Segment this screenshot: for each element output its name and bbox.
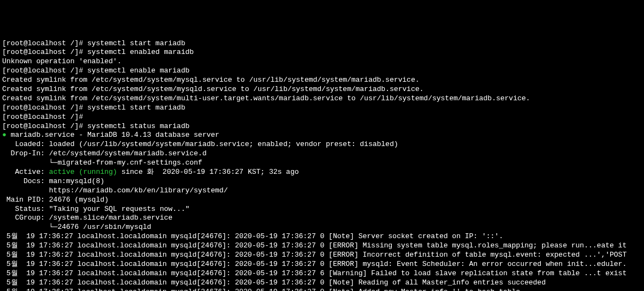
shell-prompt: [root@localhost /]# [2, 122, 87, 130]
terminal-line: Status: "Taking your SQL requests now...… [2, 205, 644, 214]
output-text: 5월 19 17:36:27 localhost.localdomain mys… [2, 288, 520, 291]
output-text: CGroup: /system.slice/mariadb.service [2, 214, 172, 222]
terminal-line: [root@localhost /]# systemctl enabled ma… [2, 48, 644, 57]
terminal-line: Main PID: 24676 (mysqld) [2, 196, 644, 205]
terminal-line: [root@localhost /]# systemctl start mari… [2, 39, 644, 48]
active-label: Active: [2, 168, 49, 176]
terminal-line: https://mariadb.com/kb/en/library/system… [2, 186, 644, 196]
shell-prompt: [root@localhost /]# [2, 104, 87, 112]
terminal-line: [root@localhost /]# systemctl status mar… [2, 122, 644, 131]
shell-prompt: [root@localhost /]# [2, 48, 87, 56]
output-text: Unknown operation 'enabled'. [2, 57, 121, 65]
terminal-line: Unknown operation 'enabled'. [2, 57, 644, 66]
service-title: mariadb.service - MariaDB 10.4.13 databa… [7, 131, 219, 139]
output-text: 5월 19 17:36:27 localhost.localdomain mys… [2, 232, 503, 240]
output-text: 5월 19 17:36:27 localhost.localdomain mys… [2, 241, 627, 250]
shell-prompt: [root@localhost /]# [2, 39, 87, 47]
terminal-line: Drop-In: /etc/systemd/system/mariadb.ser… [2, 149, 644, 159]
active-since: since 화 2020-05-19 17:36:27 KST; 32s ago [117, 168, 299, 176]
terminal-line: Created symlink from /etc/systemd/system… [2, 76, 644, 85]
terminal-line: [root@localhost /]# systemctl start mari… [2, 104, 644, 113]
shell-command: systemctl start mariadb [87, 104, 185, 112]
terminal-line: [root@localhost /]# [2, 113, 644, 122]
output-text: 5월 19 17:36:27 localhost.localdomain mys… [2, 260, 627, 268]
output-text: Docs: man:mysqld(8) [2, 177, 104, 185]
terminal-line: 5월 19 17:36:27 localhost.localdomain mys… [2, 241, 644, 251]
shell-command: systemctl status mariadb [87, 122, 189, 130]
shell-command: systemctl enable mariadb [87, 66, 189, 75]
shell-command: systemctl enabled maraidb [87, 48, 194, 56]
terminal-line: 5월 19 17:36:27 localhost.localdomain mys… [2, 260, 644, 269]
status-dot-icon: ● [2, 131, 7, 139]
terminal-line: Loaded: loaded (/usr/lib/systemd/system/… [2, 140, 644, 149]
output-text: 5월 19 17:36:27 localhost.localdomain mys… [2, 278, 546, 287]
output-text: Status: "Taking your SQL requests now...… [2, 205, 189, 213]
output-text: Main PID: 24676 (mysqld) [2, 196, 109, 204]
active-status: active (running) [49, 168, 117, 176]
terminal-line: Created symlink from /etc/systemd/system… [2, 94, 644, 104]
output-text: Drop-In: /etc/systemd/system/mariadb.ser… [2, 149, 206, 157]
output-text: 5월 19 17:36:27 localhost.localdomain mys… [2, 269, 627, 277]
terminal-line: 5월 19 17:36:27 localhost.localdomain mys… [2, 269, 644, 278]
output-text: https://mariadb.com/kb/en/library/system… [2, 186, 228, 195]
output-text: Created symlink from /etc/systemd/system… [2, 85, 424, 93]
terminal-line: └─migrated-from-my.cnf-settings.conf [2, 159, 644, 168]
terminal-line: 5월 19 17:36:27 localhost.localdomain mys… [2, 288, 644, 291]
terminal-line: Docs: man:mysqld(8) [2, 177, 644, 186]
terminal-line: ● mariadb.service - MariaDB 10.4.13 data… [2, 131, 644, 140]
terminal-line: 5월 19 17:36:27 localhost.localdomain mys… [2, 278, 644, 288]
terminal-line: CGroup: /system.slice/mariadb.service [2, 214, 644, 223]
output-text: Created symlink from /etc/systemd/system… [2, 76, 420, 84]
terminal-line: Created symlink from /etc/systemd/system… [2, 85, 644, 94]
terminal-output: [root@localhost /]# systemctl start mari… [2, 39, 644, 291]
output-text: └─24676 /usr/sbin/mysqld [2, 223, 151, 231]
terminal-line: Active: active (running) since 화 2020-05… [2, 168, 644, 177]
terminal-line: 5월 19 17:36:27 localhost.localdomain mys… [2, 251, 644, 260]
terminal-line: 5월 19 17:36:27 localhost.localdomain mys… [2, 232, 644, 241]
output-text: 5월 19 17:36:27 localhost.localdomain mys… [2, 251, 627, 259]
output-text: Created symlink from /etc/systemd/system… [2, 94, 530, 102]
output-text: └─migrated-from-my.cnf-settings.conf [2, 159, 202, 167]
shell-command: systemctl start mariadb [87, 39, 185, 47]
terminal-line: └─24676 /usr/sbin/mysqld [2, 223, 644, 232]
shell-prompt: [root@localhost /]# [2, 113, 87, 121]
shell-prompt: [root@localhost /]# [2, 66, 87, 75]
output-text: Loaded: loaded (/usr/lib/systemd/system/… [2, 140, 398, 148]
terminal-line: [root@localhost /]# systemctl enable mar… [2, 66, 644, 76]
